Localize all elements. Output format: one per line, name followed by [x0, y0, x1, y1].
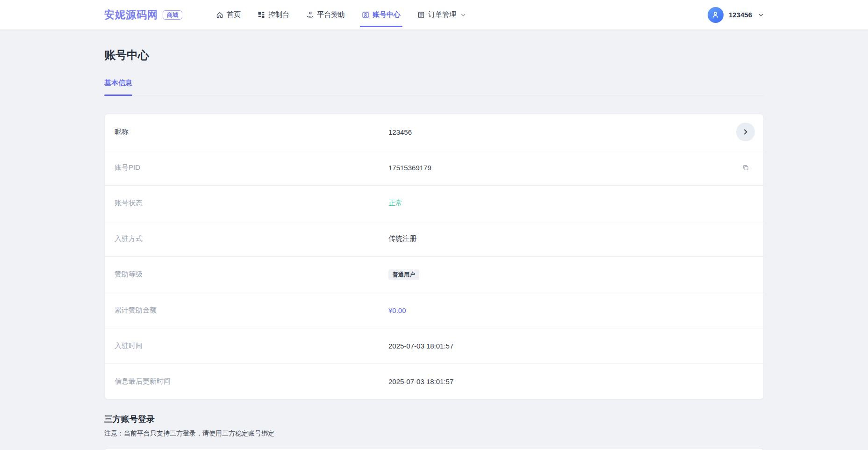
row-account-pid: 账号PID 17515369179 — [105, 150, 763, 185]
profile-card: 昵称 123456 账号PID 17515369179 账号状态 正常 入驻 — [104, 114, 764, 399]
row-account-status: 账号状态 正常 — [105, 185, 763, 221]
row-label: 入驻方式 — [115, 234, 388, 243]
nav-item-account-center[interactable]: 账号中心 — [353, 0, 409, 29]
third-party-card — [104, 448, 764, 450]
avatar — [708, 7, 724, 23]
copy-pid-button[interactable] — [740, 162, 751, 173]
row-label: 入驻时间 — [115, 341, 388, 350]
nav-item-console[interactable]: 控制台 — [249, 0, 298, 29]
row-sponsor-level: 赞助等级 普通用户 — [105, 256, 763, 292]
username: 123456 — [729, 11, 752, 19]
row-label: 累计赞助金额 — [115, 306, 388, 315]
orders-icon — [417, 11, 425, 19]
main-nav: 首页 控制台 平台赞助 账号中心 — [208, 0, 474, 29]
row-label: 信息最后更新时间 — [115, 377, 388, 386]
row-value: 传统注册 — [388, 234, 734, 243]
tabs: 基本信息 — [104, 79, 764, 95]
nav-item-label: 控制台 — [268, 10, 289, 19]
nav-item-label: 订单管理 — [428, 10, 456, 19]
nav-item-sponsor[interactable]: 平台赞助 — [298, 0, 353, 29]
brand-logo[interactable]: 安妮源码网 商城 — [104, 8, 182, 22]
row-label: 昵称 — [115, 128, 388, 137]
nav-item-home[interactable]: 首页 — [208, 0, 249, 29]
row-label: 赞助等级 — [115, 270, 388, 279]
nav-item-label: 首页 — [227, 10, 241, 19]
hand-coin-icon — [306, 11, 314, 19]
row-value: 17515369179 — [388, 164, 734, 172]
tab-basic-info[interactable]: 基本信息 — [104, 79, 132, 95]
row-register-method: 入驻方式 传统注册 — [105, 221, 763, 256]
chevron-down-icon — [758, 12, 764, 18]
row-last-update-time: 信息最后更新时间 2025-07-03 18:01:57 — [105, 363, 763, 399]
row-join-time: 入驻时间 2025-07-03 18:01:57 — [105, 328, 763, 363]
main-content: 账号中心 基本信息 昵称 123456 账号PID 17515369179 — [104, 48, 764, 450]
row-value: ¥0.00 — [388, 306, 734, 314]
sponsor-level-tag: 普通用户 — [388, 269, 419, 280]
status-badge: 正常 — [388, 199, 734, 208]
page-title: 账号中心 — [104, 48, 764, 63]
nav-item-label: 平台赞助 — [317, 10, 345, 19]
brand-name: 安妮源码网 — [104, 8, 158, 22]
tab-label: 基本信息 — [104, 79, 132, 87]
nav-item-orders[interactable]: 订单管理 — [409, 0, 474, 29]
home-icon — [216, 11, 223, 19]
row-sponsor-amount: 累计赞助金额 ¥0.00 — [105, 292, 763, 327]
chevron-down-icon — [460, 12, 466, 18]
brand-badge: 商城 — [163, 10, 182, 20]
nav-item-label: 账号中心 — [373, 10, 401, 19]
account-card-icon — [362, 11, 369, 19]
user-menu[interactable]: 123456 — [708, 7, 764, 23]
third-party-title: 三方账号登录 — [104, 414, 764, 425]
third-party-note: 注意：当前平台只支持三方登录，请使用三方稳定账号绑定 — [104, 429, 764, 438]
row-value: 2025-07-03 18:01:57 — [388, 342, 734, 350]
chevron-right-icon — [742, 128, 749, 136]
edit-nickname-button[interactable] — [736, 123, 755, 141]
person-icon — [711, 10, 720, 19]
top-navbar: 安妮源码网 商城 首页 控制台 平台赞助 — [0, 0, 868, 30]
dashboard-icon — [258, 11, 265, 19]
row-value: 123456 — [388, 128, 734, 136]
copy-icon — [742, 164, 749, 171]
row-value: 2025-07-03 18:01:57 — [388, 377, 734, 385]
row-label: 账号PID — [115, 163, 388, 172]
row-label: 账号状态 — [115, 199, 388, 208]
row-nickname: 昵称 123456 — [105, 114, 763, 150]
